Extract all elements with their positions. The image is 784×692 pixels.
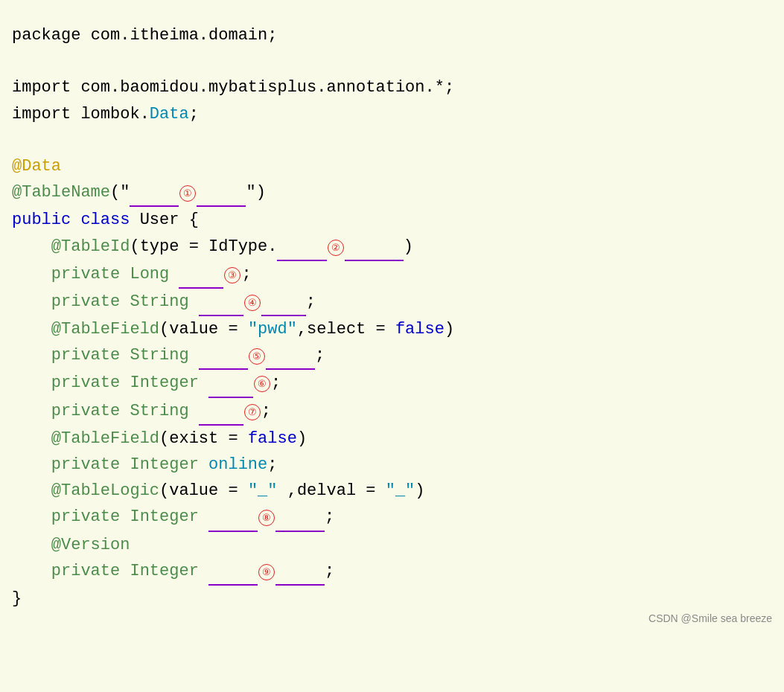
keyword-class: class: [80, 207, 139, 233]
line-tablename: @TableName(" ① "): [12, 179, 772, 207]
package-keyword: package: [12, 22, 91, 48]
line-field5: private String ⑦;: [12, 398, 772, 426]
line-import2: import lombok.Data;: [12, 101, 772, 127]
code-block: package com.itheima.domain; import com.b…: [12, 15, 772, 619]
blank-5a: [199, 342, 248, 370]
line-package: package com.itheima.domain;: [12, 22, 772, 48]
line-field3: private String ⑤ ;: [12, 342, 772, 370]
line-tableid: @TableId(type = IdType. ② ): [12, 234, 772, 261]
line-field4: private Integer ⑥;: [12, 370, 772, 397]
circle-5: ⑤: [249, 348, 265, 365]
line-version: @Version: [12, 532, 772, 558]
line-field1: private Long ③;: [12, 261, 772, 289]
blank-6a: [208, 370, 253, 397]
circle-2: ②: [328, 240, 344, 256]
line-atdata: @Data: [12, 153, 772, 179]
circle-3: ③: [224, 267, 240, 283]
blank-4b: [261, 289, 306, 316]
circle-6: ⑥: [254, 376, 270, 392]
blank-1: [130, 179, 179, 207]
blank-2b: [345, 234, 404, 261]
circle-7: ⑦: [244, 404, 261, 420]
line-blank1: [12, 48, 772, 74]
line-field2: private String ④ ;: [12, 289, 772, 316]
blank-2: [277, 234, 326, 261]
blank-1b: [197, 179, 246, 207]
line-field7: private Integer ⑧ ;: [12, 504, 772, 531]
blank-9b: [275, 558, 325, 586]
circle-9: ⑨: [258, 564, 275, 580]
keyword-public: public: [12, 207, 80, 233]
line-close: }: [12, 586, 772, 612]
blank-8b: [275, 504, 325, 531]
line-tablefield2: @TableField(exist = false): [12, 426, 772, 452]
blank-9a: [208, 558, 258, 586]
line-tablefield1: @TableField(value = "pwd",select = false…: [12, 316, 772, 342]
circle-1: ①: [179, 185, 196, 202]
line-field8: private Integer ⑨ ;: [12, 558, 772, 586]
blank-5b: [266, 342, 315, 370]
circle-8: ⑧: [258, 510, 275, 526]
blank-3: [179, 261, 223, 289]
watermark: CSDN @Smile sea breeze: [648, 610, 772, 627]
line-import1: import com.baomidou.mybatisplus.annotati…: [12, 74, 772, 100]
line-field6: private Integer online;: [12, 452, 772, 478]
line-tablelogic: @TableLogic(value = "_" ,delval = "_"): [12, 478, 772, 504]
blank-4: [199, 289, 243, 316]
keyword-false: false: [395, 316, 444, 342]
line-class: public class User {: [12, 207, 772, 233]
line-blank2: [12, 127, 772, 153]
blank-7a: [199, 398, 243, 426]
blank-8a: [208, 504, 258, 531]
circle-4: ④: [244, 295, 261, 311]
